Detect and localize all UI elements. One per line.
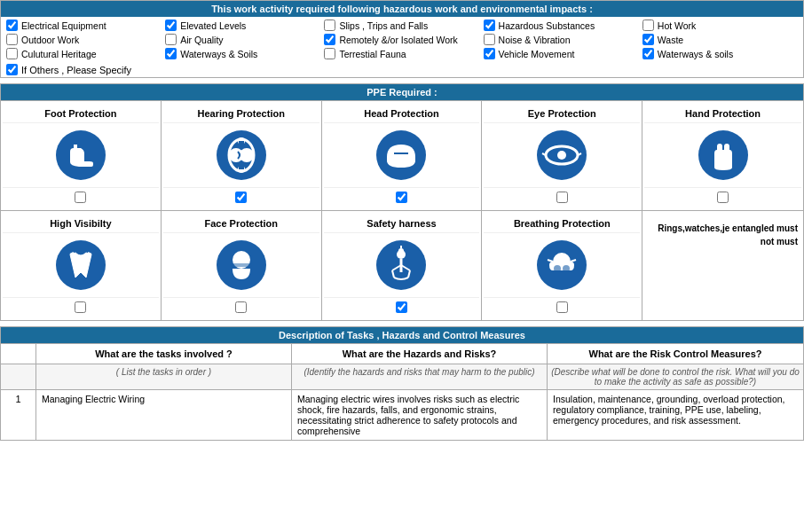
hazard-item: Terrestial Fauna [322,47,481,60]
hazard-checkbox[interactable] [324,34,335,45]
ppe-checkbox-area [163,297,319,317]
ppe-checkbox[interactable] [396,192,407,203]
hazard-checkbox[interactable] [324,20,335,31]
ppe-checkbox[interactable] [396,301,407,313]
hazard-checkbox[interactable] [6,34,18,45]
svg-rect-19 [231,263,252,267]
tasks-header: Description of Tasks , Hazards and Contr… [1,327,803,343]
hazard-item: Outdoor Work [4,33,163,46]
hazard-checkbox[interactable] [642,34,654,45]
ppe-checkbox-area [3,187,159,207]
ppe-cell-eye: Eye Protection [482,101,642,210]
hazard-checkbox[interactable] [324,48,335,59]
ppe-note: Rings,watches,je entangled must not must [644,215,801,255]
hazard-checkbox[interactable] [6,20,18,31]
hazard-checkbox[interactable] [484,48,495,59]
if-others-label: If Others , Please Specify [21,65,131,75]
hazard-label: Waterways & Soils [180,49,257,59]
face-icon [163,233,319,297]
hazard-item: Vehicle Movement [482,47,641,60]
svg-point-32 [563,265,570,272]
hazard-item: Hazardous Substances [482,19,641,32]
ppe-checkbox[interactable] [75,192,86,203]
hazard-checkbox[interactable] [165,34,177,45]
ppe-item-label: Foot Protection [3,105,159,123]
hazard-item: Culutural Heritage [4,47,163,60]
table-row: 1Managing Electric WiringManaging electr… [1,389,803,440]
tasks-sub2: (Identify the hazards and risks that may… [292,364,548,389]
hazard-header: This work activity required following ha… [1,1,803,17]
ppe-item-label: High Visibilty [3,215,159,233]
task-name: Managing Electric Wiring [36,390,292,440]
ppe-row1-labels: Foot ProtectionHearing ProtectionHead Pr… [1,100,803,210]
tasks-section: Description of Tasks , Hazards and Contr… [0,326,804,441]
svg-point-27 [398,248,404,254]
hazard-item: Noise & Vibration [482,33,641,46]
ppe-checkbox-area [324,187,480,207]
tasks-col2-header: What are the Hazards and Risks? [292,344,548,364]
task-hazard: Managing electric wires involves risks s… [292,390,548,440]
ppe-item-label: Safety harness [324,215,480,233]
tasks-num-header [1,344,36,364]
if-others-checkbox[interactable] [6,64,18,75]
hazard-label: Outdoor Work [21,35,79,45]
hazard-checkbox[interactable] [165,20,177,31]
hazard-checkbox[interactable] [484,20,495,31]
ppe-cell-note: Rings,watches,je entangled must not must [642,211,803,320]
ppe-cell-harness: Safety harness [322,211,483,320]
hazard-label: Waterways & soils [658,49,733,59]
boot-icon [3,123,159,187]
hazard-section: This work activity required following ha… [0,0,804,78]
hazard-label: Vehicle Movement [499,49,575,59]
ppe-item-label: Hand Protection [644,105,801,123]
ear-icon [163,123,319,187]
tasks-num-sub [1,364,36,389]
hazard-label: Noise & Vibration [499,35,571,45]
hazard-checkbox[interactable] [165,48,177,59]
ppe-cell-glove: Hand Protection [642,101,803,210]
tasks-sub1: ( List the tasks in order ) [36,364,292,389]
ppe-checkbox[interactable] [75,301,86,313]
tasks-subheaders: ( List the tasks in order ) (Identify th… [1,364,803,389]
hazard-checkbox[interactable] [642,48,654,59]
task-control: Insulation, maintenance, grounding, over… [548,390,803,440]
ppe-checkbox[interactable] [235,301,247,313]
tasks-col-headers: What are the tasks involved ? What are t… [1,343,803,364]
ppe-checkbox-area [3,297,159,317]
hazard-label: Air Quality [180,35,223,45]
tasks-col1-header: What are the tasks involved ? [36,344,292,364]
harness-icon [324,233,480,297]
hazard-label: Slips , Trips and Falls [339,20,428,31]
ppe-checkbox[interactable] [717,192,729,203]
hazard-item: Waterways & soils [641,47,800,60]
ppe-cell-vest: High Visibilty [1,211,162,320]
vest-icon [3,233,159,297]
ppe-item-label: Hearing Protection [163,105,319,123]
hazard-item: Elevated Levels [163,19,322,32]
ppe-checkbox[interactable] [556,192,568,203]
tasks-sub3: (Describe what will be done to control t… [548,364,803,389]
ppe-checkbox[interactable] [235,192,247,203]
ppe-checkbox-area [163,187,319,207]
svg-point-31 [554,265,561,272]
hazard-item: Waste [641,33,800,46]
hazard-checkbox[interactable] [642,20,654,31]
ppe-item-label: Face Protection [163,215,319,233]
hazard-item: Slips , Trips and Falls [322,19,481,32]
ppe-checkbox[interactable] [556,301,568,313]
ppe-cell-face: Face Protection [162,211,322,320]
hazard-grid: Electrical EquipmentElevated LevelsSlips… [1,17,803,62]
hazard-label: Hot Work [658,20,697,31]
hazard-label: Culutural Heritage [21,49,97,59]
hazard-item: Air Quality [163,33,322,46]
hazard-checkbox[interactable] [484,34,495,45]
ppe-cell-mask: Breathing Protection [482,211,642,320]
hazard-item: Remotely &/or Isolated Work [322,33,481,46]
hazard-checkbox[interactable] [6,48,18,59]
if-others-row: If Others , Please Specify [1,62,803,77]
hazard-label: Elevated Levels [180,20,246,31]
ppe-item-label: Breathing Protection [484,215,640,233]
hazard-item: Electrical Equipment [4,19,163,32]
mask-icon [484,233,640,297]
ppe-checkbox-area [324,297,480,317]
